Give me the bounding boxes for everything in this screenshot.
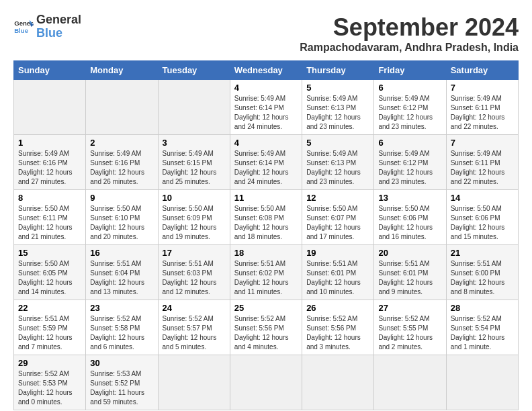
day-number: 8 — [18, 193, 81, 203]
day-info: Sunrise: 5:49 AMSunset: 6:11 PMDaylight:… — [451, 95, 505, 130]
day-info: Sunrise: 5:52 AMSunset: 5:58 PMDaylight:… — [90, 315, 144, 351]
table-cell: 24 Sunrise: 5:52 AMSunset: 5:57 PMDaylig… — [158, 300, 230, 355]
day-info: Sunrise: 5:51 AMSunset: 6:04 PMDaylight:… — [90, 260, 144, 295]
table-cell — [158, 80, 230, 135]
day-number: 10 — [163, 193, 226, 203]
col-friday: Friday — [374, 61, 446, 80]
week-row-4: 15 Sunrise: 5:50 AMSunset: 6:05 PMDaylig… — [14, 245, 519, 300]
table-cell: 4 Sunrise: 5:49 AMSunset: 6:14 PMDayligh… — [230, 80, 302, 135]
day-info: Sunrise: 5:51 AMSunset: 6:03 PMDaylight:… — [163, 260, 217, 295]
day-number: 9 — [90, 193, 153, 203]
day-info: Sunrise: 5:50 AMSunset: 6:05 PMDaylight:… — [18, 260, 73, 295]
day-info: Sunrise: 5:51 AMSunset: 6:01 PMDaylight:… — [306, 260, 361, 295]
table-cell: 29 Sunrise: 5:52 AMSunset: 5:53 PMDaylig… — [14, 355, 86, 410]
page-header: General Blue General Blue September 2024… — [13, 13, 519, 54]
day-info: Sunrise: 5:51 AMSunset: 6:00 PMDaylight:… — [451, 260, 505, 295]
col-wednesday: Wednesday — [230, 61, 302, 80]
week-row-2: 1 Sunrise: 5:49 AMSunset: 6:16 PMDayligh… — [14, 135, 519, 190]
day-info: Sunrise: 5:50 AMSunset: 6:07 PMDaylight:… — [306, 205, 361, 240]
table-cell: 25 Sunrise: 5:52 AMSunset: 5:56 PMDaylig… — [230, 300, 302, 355]
svg-text:Blue: Blue — [14, 27, 28, 34]
table-cell: 13 Sunrise: 5:50 AMSunset: 6:06 PMDaylig… — [374, 190, 446, 245]
day-number: 7 — [451, 138, 514, 148]
day-info: Sunrise: 5:51 AMSunset: 5:59 PMDaylight:… — [18, 315, 73, 351]
table-cell: 17 Sunrise: 5:51 AMSunset: 6:03 PMDaylig… — [158, 245, 230, 300]
day-number: 2 — [90, 138, 153, 148]
day-info: Sunrise: 5:50 AMSunset: 6:09 PMDaylight:… — [163, 205, 217, 240]
week-row-5: 22 Sunrise: 5:51 AMSunset: 5:59 PMDaylig… — [14, 300, 519, 355]
table-cell: 7 Sunrise: 5:49 AMSunset: 6:11 PMDayligh… — [446, 135, 518, 190]
day-number: 20 — [378, 248, 441, 258]
table-cell: 5 Sunrise: 5:49 AMSunset: 6:13 PMDayligh… — [302, 80, 374, 135]
table-cell — [158, 355, 230, 410]
logo: General Blue General Blue — [13, 13, 81, 40]
day-info: Sunrise: 5:49 AMSunset: 6:16 PMDaylight:… — [90, 150, 144, 185]
table-cell: 10 Sunrise: 5:50 AMSunset: 6:09 PMDaylig… — [158, 190, 230, 245]
table-cell: 1 Sunrise: 5:49 AMSunset: 6:16 PMDayligh… — [14, 135, 86, 190]
day-number: 4 — [234, 83, 298, 93]
logo-icon: General Blue — [13, 17, 34, 37]
day-info: Sunrise: 5:52 AMSunset: 5:54 PMDaylight:… — [451, 315, 505, 351]
day-info: Sunrise: 5:53 AMSunset: 5:52 PMDaylight:… — [90, 370, 144, 406]
day-info: Sunrise: 5:52 AMSunset: 5:56 PMDaylight:… — [234, 315, 289, 351]
day-info: Sunrise: 5:52 AMSunset: 5:53 PMDaylight:… — [18, 370, 73, 406]
day-info: Sunrise: 5:50 AMSunset: 6:08 PMDaylight:… — [234, 205, 289, 240]
day-number: 27 — [378, 303, 441, 313]
table-cell — [446, 355, 518, 410]
day-number: 5 — [306, 83, 369, 93]
day-number: 25 — [234, 303, 298, 313]
day-number: 6 — [378, 83, 441, 93]
table-cell: 3 Sunrise: 5:49 AMSunset: 6:15 PMDayligh… — [158, 135, 230, 190]
table-cell: 12 Sunrise: 5:50 AMSunset: 6:07 PMDaylig… — [302, 190, 374, 245]
day-info: Sunrise: 5:50 AMSunset: 6:11 PMDaylight:… — [18, 205, 73, 240]
table-cell: 5 Sunrise: 5:49 AMSunset: 6:13 PMDayligh… — [302, 135, 374, 190]
table-cell: 2 Sunrise: 5:49 AMSunset: 6:16 PMDayligh… — [86, 135, 158, 190]
week-row-1: 4 Sunrise: 5:49 AMSunset: 6:14 PMDayligh… — [14, 80, 519, 135]
table-cell: 23 Sunrise: 5:52 AMSunset: 5:58 PMDaylig… — [86, 300, 158, 355]
day-number: 22 — [18, 303, 81, 313]
location-title: Rampachodavaram, Andhra Pradesh, India — [300, 42, 519, 54]
day-number: 28 — [451, 303, 514, 313]
table-cell — [86, 80, 158, 135]
table-cell: 7 Sunrise: 5:49 AMSunset: 6:11 PMDayligh… — [446, 80, 518, 135]
title-section: September 2024 Rampachodavaram, Andhra P… — [300, 13, 519, 54]
table-cell: 27 Sunrise: 5:52 AMSunset: 5:55 PMDaylig… — [374, 300, 446, 355]
day-number: 12 — [306, 193, 369, 203]
col-saturday: Saturday — [446, 61, 518, 80]
day-number: 7 — [451, 83, 514, 93]
day-number: 14 — [451, 193, 514, 203]
table-cell: 30 Sunrise: 5:53 AMSunset: 5:52 PMDaylig… — [86, 355, 158, 410]
table-cell — [374, 355, 446, 410]
col-monday: Monday — [86, 61, 158, 80]
table-cell: 18 Sunrise: 5:51 AMSunset: 6:02 PMDaylig… — [230, 245, 302, 300]
day-info: Sunrise: 5:49 AMSunset: 6:14 PMDaylight:… — [234, 150, 289, 185]
day-number: 3 — [163, 138, 226, 148]
day-info: Sunrise: 5:52 AMSunset: 5:57 PMDaylight:… — [163, 315, 217, 351]
calendar-table: Sunday Monday Tuesday Wednesday Thursday… — [13, 60, 519, 410]
day-number: 23 — [90, 303, 153, 313]
col-sunday: Sunday — [14, 61, 86, 80]
day-number: 5 — [306, 138, 369, 148]
table-cell: 11 Sunrise: 5:50 AMSunset: 6:08 PMDaylig… — [230, 190, 302, 245]
day-info: Sunrise: 5:52 AMSunset: 5:56 PMDaylight:… — [306, 315, 361, 351]
day-number: 21 — [451, 248, 514, 258]
table-cell — [14, 80, 86, 135]
table-cell: 22 Sunrise: 5:51 AMSunset: 5:59 PMDaylig… — [14, 300, 86, 355]
day-info: Sunrise: 5:50 AMSunset: 6:06 PMDaylight:… — [451, 205, 505, 240]
table-cell: 8 Sunrise: 5:50 AMSunset: 6:11 PMDayligh… — [14, 190, 86, 245]
table-cell: 6 Sunrise: 5:49 AMSunset: 6:12 PMDayligh… — [374, 135, 446, 190]
day-info: Sunrise: 5:49 AMSunset: 6:14 PMDaylight:… — [234, 95, 289, 130]
day-info: Sunrise: 5:51 AMSunset: 6:01 PMDaylight:… — [378, 260, 433, 295]
day-number: 17 — [163, 248, 226, 258]
day-number: 4 — [234, 138, 298, 148]
table-cell: 21 Sunrise: 5:51 AMSunset: 6:00 PMDaylig… — [446, 245, 518, 300]
table-cell: 4 Sunrise: 5:49 AMSunset: 6:14 PMDayligh… — [230, 135, 302, 190]
table-cell: 20 Sunrise: 5:51 AMSunset: 6:01 PMDaylig… — [374, 245, 446, 300]
col-tuesday: Tuesday — [158, 61, 230, 80]
day-number: 15 — [18, 248, 81, 258]
table-cell: 9 Sunrise: 5:50 AMSunset: 6:10 PMDayligh… — [86, 190, 158, 245]
table-cell: 26 Sunrise: 5:52 AMSunset: 5:56 PMDaylig… — [302, 300, 374, 355]
calendar-header-row: Sunday Monday Tuesday Wednesday Thursday… — [14, 61, 519, 80]
day-number: 19 — [306, 248, 369, 258]
day-info: Sunrise: 5:51 AMSunset: 6:02 PMDaylight:… — [234, 260, 289, 295]
